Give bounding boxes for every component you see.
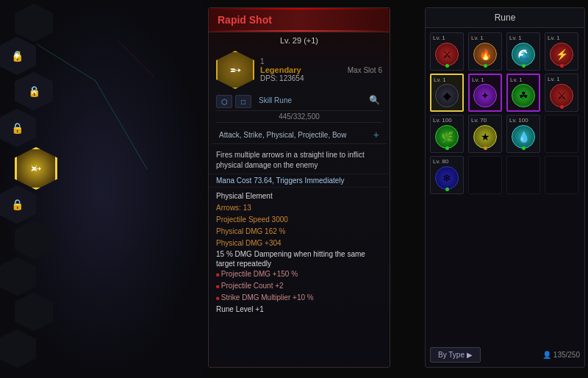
rune-dot — [445, 146, 449, 150]
rune-dot — [484, 146, 487, 150]
rune-level: Lv. 1 — [433, 35, 445, 41]
rune-dot — [560, 105, 564, 109]
rune-icon: 🌊 — [512, 43, 535, 66]
skill-stats: Physical Element Arrows: 13 Projectile S… — [209, 188, 390, 318]
rune-panel: Rune Lv. 1 ⚔ Lv. 1 🔥 Lv. 1 🌊 Lv. 1 ⚡ Lv.… — [425, 7, 585, 368]
skill-max-slot: Max Slot 6 — [348, 66, 382, 74]
rune-count: 👤 135/250 — [542, 351, 580, 359]
hex-cell — [0, 257, 36, 296]
hex-cell-locked: 🔒 — [0, 109, 36, 147]
rune-panel-footer: By Type ▶ 👤 135/250 — [430, 347, 580, 363]
rune-item-empty — [468, 156, 502, 194]
rune-icon: ⚡ — [550, 43, 573, 66]
rune-icon: ★ — [473, 125, 497, 149]
rune-item-empty — [545, 156, 578, 194]
skill-icon-row: ➶ 1 Legendary DPS: 123654 Max Slot 6 — [209, 47, 390, 93]
rune-level: Lv. 70 — [471, 117, 487, 124]
skill-panel: Rapid Shot Lv. 29 (+1) ➶ 1 Legendary DPS… — [208, 7, 390, 368]
rune-icon: ✦ — [473, 84, 497, 107]
hex-cell — [15, 221, 53, 259]
rune-item[interactable]: Lv. 1 ⚡ — [545, 32, 578, 71]
stat-element: Physical Element — [216, 190, 382, 202]
rune-item-selected[interactable]: Lv. 1 ✦ — [468, 74, 502, 112]
skill-id: 1 — [260, 57, 342, 65]
rune-level: Lv. 100 — [433, 117, 452, 124]
rune-item[interactable]: Lv. 100 💧 — [506, 115, 540, 153]
rune-dot — [445, 64, 449, 68]
stat-phys-dmg-pct: Physical DMG 162 % — [216, 226, 382, 238]
stat-strike-dmg: ■Strike DMG Multiplier +10 % — [216, 292, 382, 304]
stat-dampening: 15 % DMG Dampening when hitting the same… — [216, 249, 382, 268]
hex-cell-locked: 🔒 — [0, 185, 36, 224]
skill-info-button[interactable]: □ — [235, 95, 251, 108]
skill-meta: 1 Legendary DPS: 123654 — [260, 57, 342, 82]
svg-line-1 — [96, 81, 147, 169]
skill-dps: DPS: 123654 — [260, 74, 342, 82]
skill-big-icon[interactable]: ➶ — [216, 51, 254, 89]
hex-cell — [15, 4, 53, 42]
rune-icon: ◆ — [435, 84, 459, 107]
rune-icon: ❄ — [435, 166, 459, 190]
rune-icon: ⚔ — [550, 84, 573, 107]
stat-phys-dmg-flat: Physical DMG +304 — [216, 238, 382, 249]
rune-dot — [522, 64, 526, 68]
rune-sort-label: By Type — [438, 351, 465, 359]
hex-cell[interactable]: ⚔ — [15, 72, 53, 110]
skill-level: Lv. 29 (+1) — [209, 32, 390, 47]
skill-tags-text: Attack, Strike, Physical, Projectile, Bo… — [219, 131, 346, 139]
rune-item[interactable]: Lv. 1 🌊 — [506, 32, 540, 71]
rune-item-empty — [545, 115, 578, 153]
skill-panel-header: Rapid Shot — [209, 8, 390, 32]
rune-item[interactable]: Lv. 1 🔥 — [468, 32, 502, 71]
rune-item-selected[interactable]: Lv. 1 ◆ — [430, 74, 464, 112]
skill-mana: Mana Cost 73.64, Triggers Immediately — [209, 174, 390, 188]
rune-count-value: 135/250 — [553, 351, 580, 359]
rune-item-empty — [506, 156, 540, 194]
rune-grid: Lv. 1 ⚔ Lv. 1 🔥 Lv. 1 🌊 Lv. 1 ⚡ Lv. 1 ◆ … — [426, 28, 584, 199]
skill-type-label: Skill Rune — [254, 95, 296, 108]
rune-item[interactable]: Lv. 80 ❄ — [430, 156, 464, 194]
stat-proj-dmg: ■Projectile DMG +150 % — [216, 268, 382, 280]
rune-level: Lv. 1 — [509, 35, 522, 41]
rune-item-selected[interactable]: Lv. 1 ☘ — [506, 74, 540, 112]
skill-name: Rapid Shot — [218, 14, 381, 26]
rune-level: Lv. 1 — [510, 76, 523, 83]
rune-item[interactable]: Lv. 1 ⚔ — [545, 74, 578, 112]
skill-slot-info: Max Slot 6 — [348, 66, 382, 74]
svg-line-0 — [37, 44, 96, 81]
rune-icon: 🌿 — [435, 125, 459, 149]
rune-level: Lv. 100 — [509, 117, 528, 124]
rune-level: Lv. 1 — [548, 76, 560, 82]
skill-equip-button[interactable]: ⬡ — [216, 95, 232, 108]
skill-id-number: 1 — [260, 57, 265, 65]
stat-rune-level: Rune Level +1 — [216, 304, 382, 315]
add-tag-button[interactable]: + — [373, 129, 379, 140]
skill-tags: Attack, Strike, Physical, Projectile, Bo… — [212, 126, 387, 144]
hex-cell — [15, 293, 53, 331]
rune-dot — [522, 146, 526, 150]
hex-cell[interactable]: ✦ — [0, 37, 36, 75]
rune-icon: ☘ — [512, 84, 535, 107]
rune-count-icon: 👤 — [542, 351, 551, 359]
stat-proj-speed: Projectile Speed 3000 — [216, 214, 382, 226]
rune-sort-arrow: ▶ — [467, 351, 473, 359]
rune-level: Lv. 1 — [472, 76, 484, 83]
stat-arrows: Arrows: 13 — [216, 202, 382, 214]
skill-exp: 445/332,500 — [216, 110, 382, 123]
hex-cell — [0, 329, 36, 368]
hex-grid: ⚔ 🔥 🔒 ❄ ⚡ ✦ 🔒 ☘ 🔒 ⚔ 🔒 💀 🌀 🔒 🌿 ➶ ⚔ 🍃 ✦ — [0, 0, 206, 378]
skill-search-button[interactable]: 🔍 — [369, 95, 382, 108]
rune-icon: 💧 — [512, 125, 535, 149]
rune-item[interactable]: Lv. 70 ★ — [468, 115, 502, 153]
rune-dot — [484, 64, 487, 68]
rune-level: Lv. 1 — [434, 76, 446, 83]
rune-item[interactable]: Lv. 100 🌿 — [430, 115, 464, 153]
rune-sort-button[interactable]: By Type ▶ — [430, 347, 481, 363]
rune-dot — [560, 64, 564, 68]
rune-item[interactable]: Lv. 1 ⚔ — [430, 32, 464, 71]
rune-icon: ⚔ — [435, 43, 459, 66]
skill-actions: ⬡ □ Skill Rune 🔍 — [209, 93, 390, 110]
rune-level: Lv. 80 — [433, 158, 448, 165]
rune-dot — [445, 188, 449, 191]
svg-line-2 — [118, 40, 154, 77]
